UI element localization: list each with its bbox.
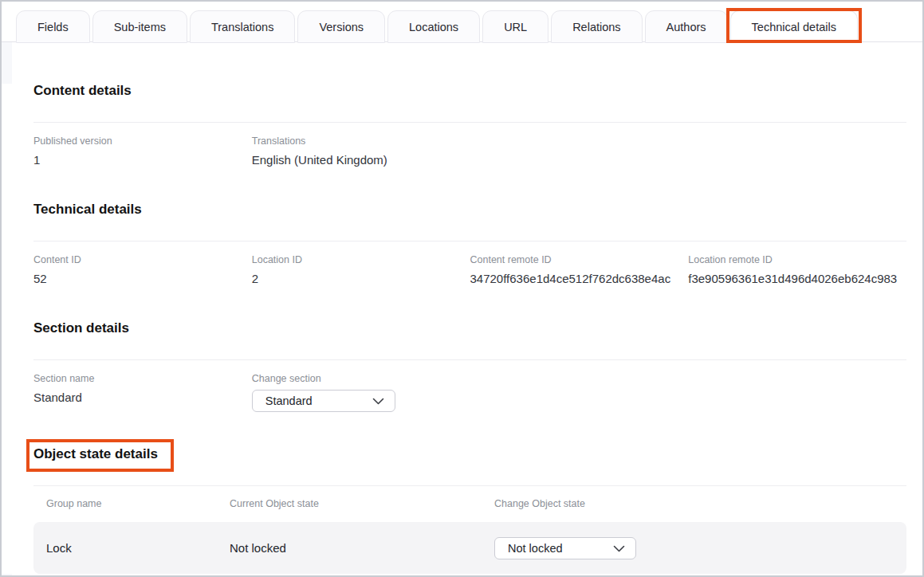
table-header-row: Group name Current Object state Change O… xyxy=(33,499,906,509)
section-title: Section details xyxy=(33,321,129,335)
field-label: Location ID xyxy=(252,255,470,265)
tab-label: Authors xyxy=(666,21,706,33)
tab-fields[interactable]: Fields xyxy=(16,10,90,43)
table-row: Lock Not locked Not locked xyxy=(33,522,906,574)
field-label: Content ID xyxy=(33,255,252,265)
section-divider xyxy=(33,241,906,241)
chevron-down-icon xyxy=(613,545,625,552)
section-title: Content details xyxy=(33,84,132,97)
section-title-text: Object state details xyxy=(33,446,158,461)
section-section-details: Section details Section name Standard Ch… xyxy=(33,321,906,412)
section-object-state-details: Object state details Group name Current … xyxy=(33,447,906,574)
technical-details-page: Fields Sub-items Translations Versions L… xyxy=(0,0,924,577)
tab-label: Versions xyxy=(319,21,364,33)
technical-details-fields: Content ID 52 Location ID 2 Content remo… xyxy=(33,255,906,286)
field-value: 1 xyxy=(33,152,252,167)
field-location-remote-id: Location remote ID f3e90596361e31d496d40… xyxy=(688,255,906,286)
tab-content: Content details Published version 1 Tran… xyxy=(2,84,922,574)
change-section-select[interactable]: Standard xyxy=(252,390,395,412)
field-label: Section name xyxy=(33,374,252,384)
tab-label: URL xyxy=(504,21,527,33)
tab-label: Fields xyxy=(37,21,69,33)
field-change-section: Change section Standard xyxy=(252,374,470,412)
section-title: Object state details xyxy=(33,447,158,461)
tab-relations[interactable]: Relations xyxy=(551,10,642,43)
field-value: Standard xyxy=(33,390,252,405)
change-object-state-select[interactable]: Not locked xyxy=(494,537,636,559)
group-name-cell: Lock xyxy=(46,541,230,555)
tab-label: Sub-items xyxy=(114,21,166,33)
change-object-state-cell: Not locked xyxy=(494,536,906,559)
object-state-table: Group name Current Object state Change O… xyxy=(33,499,906,574)
tab-translations[interactable]: Translations xyxy=(190,10,295,43)
field-label: Translations xyxy=(252,136,470,147)
tab-sub-items[interactable]: Sub-items xyxy=(92,10,187,43)
field-value: English (United Kingdom) xyxy=(252,152,470,167)
field-content-remote-id: Content remote ID 34720ff636e1d4ce512f76… xyxy=(470,255,689,286)
field-value: f3e90596361e31d496d4026eb624c983 xyxy=(688,271,906,286)
tab-locations[interactable]: Locations xyxy=(387,10,480,43)
tab-label: Technical details xyxy=(752,21,836,33)
tab-bar: Fields Sub-items Translations Versions L… xyxy=(2,2,922,42)
field-section-name: Section name Standard xyxy=(33,374,252,412)
content-details-fields: Published version 1 Translations English… xyxy=(33,136,906,167)
field-label: Change section xyxy=(252,374,470,384)
tab-url[interactable]: URL xyxy=(482,10,549,43)
current-object-state-cell: Not locked xyxy=(230,541,494,555)
section-details-fields: Section name Standard Change section Sta… xyxy=(33,374,906,412)
field-label: Content remote ID xyxy=(470,255,689,265)
section-divider xyxy=(33,122,906,123)
tab-authors[interactable]: Authors xyxy=(645,10,728,43)
section-technical-details: Technical details Content ID 52 Location… xyxy=(33,202,906,286)
field-published-version: Published version 1 xyxy=(33,136,252,167)
tab-label: Translations xyxy=(211,21,273,33)
section-divider xyxy=(33,485,906,486)
field-translations: Translations English (United Kingdom) xyxy=(252,136,470,167)
chevron-down-icon xyxy=(372,398,384,405)
field-label: Location remote ID xyxy=(688,255,906,265)
selected-option-label: Standard xyxy=(265,394,313,407)
field-content-id: Content ID 52 xyxy=(33,255,252,286)
selected-option-label: Not locked xyxy=(508,542,563,555)
section-content-details: Content details Published version 1 Tran… xyxy=(33,84,906,167)
field-value: 52 xyxy=(33,271,252,286)
column-header-group-name: Group name xyxy=(46,499,230,509)
column-header-change-object-state: Change Object state xyxy=(494,499,906,509)
section-title: Technical details xyxy=(33,202,142,216)
field-label: Published version xyxy=(33,136,252,147)
field-value: 2 xyxy=(252,271,470,286)
tab-label: Locations xyxy=(409,21,458,33)
column-header-current-object-state: Current Object state xyxy=(230,499,494,509)
section-divider xyxy=(33,359,906,360)
tab-technical-details[interactable]: Technical details xyxy=(730,10,858,43)
field-location-id: Location ID 2 xyxy=(252,255,470,286)
tab-versions[interactable]: Versions xyxy=(297,10,385,43)
field-value: 34720ff636e1d4ce512f762dc638e4ac xyxy=(470,271,689,286)
tab-label: Relations xyxy=(572,21,620,33)
